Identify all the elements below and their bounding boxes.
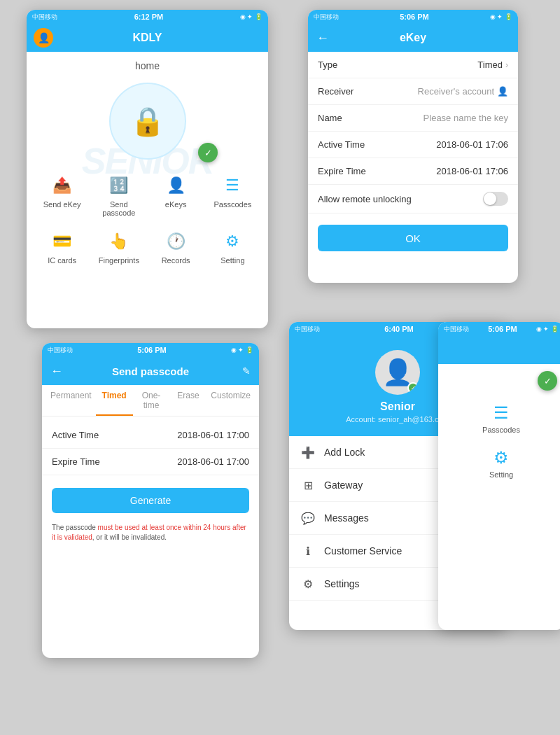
gateway-icon: ⊞ bbox=[300, 477, 316, 493]
ekeys-icon: 👤 bbox=[161, 172, 190, 199]
setting-icon: ⚙ bbox=[218, 228, 247, 255]
tab-timed[interactable]: Timed bbox=[96, 385, 133, 416]
partial-passcodes[interactable]: ☰ Passcodes bbox=[445, 403, 557, 434]
warning-message: The passcode must be used at least once … bbox=[42, 520, 259, 545]
passcode-active-time-row[interactable]: Active Time 2018-06-01 17:00 bbox=[42, 422, 259, 449]
app-title: KDLY bbox=[132, 31, 162, 44]
lock-area: 🔒 ✓ bbox=[27, 76, 268, 167]
time-3: 5:06 PM bbox=[137, 346, 167, 354]
grid-item-ic-cards[interactable]: 💳 IC cards bbox=[38, 228, 87, 265]
name-row[interactable]: Name Please name the key bbox=[308, 105, 518, 132]
icons-2: ◉ ✦ 🔋 bbox=[490, 13, 512, 20]
tab-onetime[interactable]: One-time bbox=[133, 385, 170, 416]
back-arrow-ekey[interactable]: ← bbox=[316, 31, 329, 46]
icons-1: ◉ ✦ 🔋 bbox=[240, 13, 262, 20]
carrier-1: 中国移动 bbox=[32, 13, 57, 22]
receiver-row[interactable]: Receiver Receiver's account 👤 bbox=[308, 78, 518, 105]
phone-partial: 中国移动 5:06 PM ◉ ✦ 🔋 ✓ ☰ Passcodes ⚙ Setti… bbox=[438, 322, 560, 630]
phone-ekey: 中国移动 5:06 PM ◉ ✦ 🔋 ← eKey Type Timed › R… bbox=[308, 10, 518, 283]
setting-label: Setting bbox=[220, 256, 244, 265]
partial-setting-icon: ⚙ bbox=[493, 448, 509, 468]
active-time-row[interactable]: Active Time 2018-06-01 17:06 bbox=[308, 132, 518, 158]
type-row[interactable]: Type Timed › bbox=[308, 52, 518, 78]
status-bar-1: 中国移动 6:12 PM ◉ ✦ 🔋 bbox=[27, 10, 268, 24]
navbar-5 bbox=[438, 336, 560, 364]
float-green-btn[interactable]: ✓ bbox=[538, 371, 557, 391]
avatar[interactable]: 👤 bbox=[34, 28, 53, 48]
partial-passcodes-label: Passcodes bbox=[482, 426, 520, 434]
grid-item-passcodes[interactable]: ☰ Passcodes bbox=[208, 172, 257, 217]
send-passcode-icon: 🔢 bbox=[104, 172, 134, 199]
expire-time-value: 2018-06-01 17:06 bbox=[436, 166, 508, 176]
warning-text-end: , or it will be invalidated. bbox=[92, 533, 167, 541]
carrier-2: 中国移动 bbox=[314, 13, 339, 22]
tab-customize[interactable]: Customize bbox=[206, 385, 255, 416]
grid-item-ekeys[interactable]: 👤 eKeys bbox=[151, 172, 200, 217]
tab-permanent[interactable]: Permanent bbox=[46, 385, 96, 416]
navbar-3: ← Send passcode ✎ bbox=[42, 357, 259, 385]
profile-avatar: 👤 ✓ bbox=[375, 350, 420, 395]
passcodes-icon: ☰ bbox=[218, 172, 247, 199]
passcode-expire-value: 2018-06-01 17:00 bbox=[177, 456, 249, 467]
profile-badge: ✓ bbox=[407, 382, 419, 393]
grid-row-1: 📤 Send eKey 🔢 Send passcode 👤 eKeys ☰ Pa… bbox=[27, 167, 268, 223]
time-5: 5:06 PM bbox=[488, 325, 517, 333]
receiver-value: Receiver's account 👤 bbox=[418, 86, 508, 97]
settings-icon: ⚙ bbox=[300, 576, 316, 592]
generate-button[interactable]: Generate bbox=[52, 488, 249, 513]
carrier-3: 中国移动 bbox=[48, 346, 73, 355]
records-icon: 🕐 bbox=[161, 228, 190, 255]
passcode-expire-time-row[interactable]: Expire Time 2018-06-01 17:00 bbox=[42, 449, 259, 475]
status-bar-5: 中国移动 5:06 PM ◉ ✦ 🔋 bbox=[438, 322, 560, 336]
add-lock-icon: ➕ bbox=[300, 444, 316, 460]
active-time-value: 2018-06-01 17:06 bbox=[436, 139, 508, 150]
send-passcode-label: Send passcode bbox=[94, 200, 144, 217]
remote-unlock-label: Allow remote unlocking bbox=[318, 194, 412, 204]
expire-time-label: Expire Time bbox=[318, 166, 374, 176]
type-value: Timed › bbox=[477, 59, 508, 70]
send-ekey-label: Send eKey bbox=[43, 200, 81, 209]
active-time-label: Active Time bbox=[318, 139, 374, 150]
remote-unlock-toggle[interactable] bbox=[483, 192, 508, 206]
grid-item-setting[interactable]: ⚙ Setting bbox=[208, 228, 257, 265]
lock-status-dot: ✓ bbox=[198, 143, 218, 162]
partial-setting[interactable]: ⚙ Setting bbox=[445, 448, 557, 479]
passcode-active-label: Active Time bbox=[52, 430, 108, 440]
navbar-1: 👤 KDLY bbox=[27, 24, 268, 52]
back-arrow-passcode[interactable]: ← bbox=[50, 364, 63, 379]
tab-erase[interactable]: Erase bbox=[169, 385, 206, 416]
send-ekey-icon: 📤 bbox=[48, 172, 77, 199]
warning-text-normal: The passcode bbox=[52, 524, 98, 531]
grid-item-send-ekey[interactable]: 📤 Send eKey bbox=[38, 172, 87, 217]
time-4: 6:40 PM bbox=[384, 325, 414, 333]
icons-3: ◉ ✦ 🔋 bbox=[231, 346, 253, 354]
grid-row-2: 💳 IC cards 👆 Fingerprints 🕐 Records ⚙ Se… bbox=[27, 223, 268, 270]
grid-item-fingerprints[interactable]: 👆 Fingerprints bbox=[94, 228, 144, 265]
profile-name: Senior bbox=[380, 400, 415, 413]
time-2: 5:06 PM bbox=[400, 13, 429, 21]
ekey-title: eKey bbox=[400, 31, 426, 44]
tab-bar: Permanent Timed One-time Erase Customize bbox=[42, 385, 259, 416]
status-bar-2: 中国移动 5:06 PM ◉ ✦ 🔋 bbox=[308, 10, 518, 24]
grid-item-send-passcode[interactable]: 🔢 Send passcode bbox=[94, 172, 144, 217]
carrier-5: 中国移动 bbox=[444, 325, 469, 334]
passcodes-label: Passcodes bbox=[214, 200, 251, 209]
name-label: Name bbox=[318, 113, 374, 123]
lock-circle[interactable]: 🔒 bbox=[109, 83, 186, 160]
ic-cards-icon: 💳 bbox=[48, 228, 77, 255]
ekey-form: Type Timed › Receiver Receiver's account… bbox=[308, 52, 518, 214]
icons-5: ◉ ✦ 🔋 bbox=[536, 326, 559, 332]
ekeys-label: eKeys bbox=[165, 200, 187, 209]
partial-setting-label: Setting bbox=[489, 470, 513, 479]
edit-icon[interactable]: ✎ bbox=[242, 365, 251, 377]
expire-time-row[interactable]: Expire Time 2018-06-01 17:06 bbox=[308, 158, 518, 185]
remote-unlock-row[interactable]: Allow remote unlocking bbox=[308, 185, 518, 214]
passcode-expire-label: Expire Time bbox=[52, 456, 108, 467]
ok-button[interactable]: OK bbox=[318, 225, 508, 251]
time-1: 6:12 PM bbox=[134, 13, 164, 21]
fingerprints-label: Fingerprints bbox=[99, 256, 139, 265]
grid-item-records[interactable]: 🕐 Records bbox=[151, 228, 200, 265]
send-passcode-title: Send passcode bbox=[112, 365, 189, 377]
passcode-active-value: 2018-06-01 17:00 bbox=[177, 430, 249, 440]
status-bar-3: 中国移动 5:06 PM ◉ ✦ 🔋 bbox=[42, 343, 259, 357]
